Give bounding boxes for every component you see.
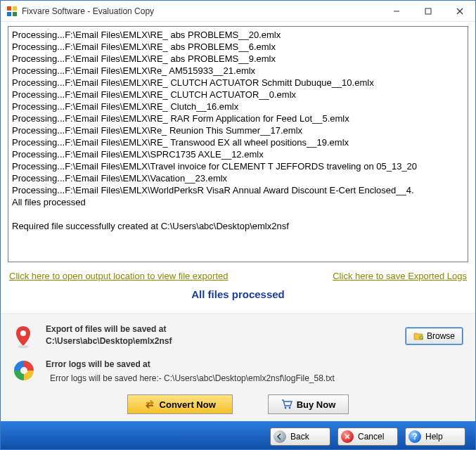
convert-icon [144,399,155,410]
error-log-label: Error logs will be saved at [46,359,463,371]
svg-rect-5 [425,8,431,14]
cancel-icon [341,430,354,443]
convert-label: Convert Now [160,399,216,410]
save-logs-link[interactable]: Click here to save Exported Logs [333,271,467,281]
status-text: All files processed [8,288,468,300]
cancel-button[interactable]: Cancel [337,428,398,446]
svg-point-9 [18,345,29,348]
export-panel: Export of files will be saved at C:\User… [1,313,475,421]
minimize-button[interactable] [380,1,412,21]
convert-now-button[interactable]: Convert Now [127,394,233,414]
cart-icon [281,399,292,409]
svg-rect-0 [7,6,11,11]
export-path-value: C:\Users\abc\Desktop\emlx2nsf [46,335,385,347]
maximize-button[interactable] [412,1,444,21]
window-title: Fixvare Software - Evaluation Copy [22,6,380,16]
titlebar: Fixvare Software - Evaluation Copy [1,1,475,22]
cancel-label: Cancel [358,432,384,442]
buy-now-button[interactable]: Buy Now [268,394,349,414]
error-log-value: Error logs will be saved here:- C:\Users… [46,373,463,385]
buy-label: Buy Now [297,399,336,410]
app-icon [6,6,18,17]
help-button[interactable]: ? Help [405,428,465,446]
svg-point-13 [284,407,286,409]
help-label: Help [425,432,443,442]
open-output-link[interactable]: Click here to open output location to vi… [9,271,228,281]
export-path-label: Export of files will be saved at [46,323,385,335]
location-pin-icon [13,325,34,349]
help-icon: ? [409,430,421,443]
svg-point-12 [20,367,27,374]
close-button[interactable] [444,1,475,21]
folder-icon [413,332,423,340]
browse-button[interactable]: Browse [406,328,463,345]
svg-rect-3 [13,12,17,16]
svg-point-8 [20,330,26,336]
back-button[interactable]: Back [270,428,330,446]
svg-rect-2 [7,12,11,16]
svg-point-14 [288,407,290,409]
back-arrow-icon [274,430,286,443]
wizard-nav-bar: Back Cancel ? Help [1,421,475,450]
svg-rect-1 [13,6,17,11]
pie-chart-icon [13,360,34,381]
log-output[interactable]: Processing...F:\Email Files\EMLX\RE_ abs… [8,26,468,262]
browse-label: Browse [427,331,455,341]
back-label: Back [290,432,309,442]
